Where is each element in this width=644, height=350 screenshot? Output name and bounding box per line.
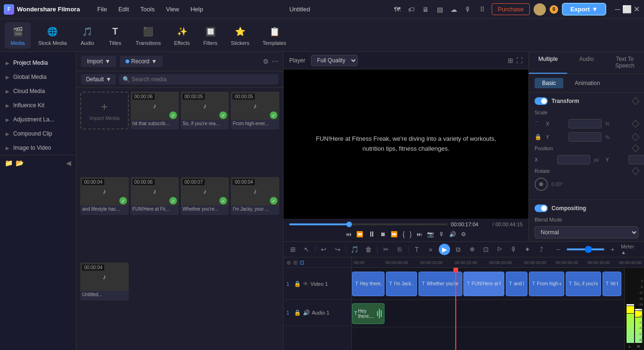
blend-mode-select[interactable]: Normal	[535, 226, 638, 239]
search-input[interactable]	[132, 76, 275, 83]
sidebar-item-influence-kit[interactable]: ▶ Influence Kit	[0, 98, 76, 112]
sidebar-item-global-media[interactable]: ▶ Global Media	[0, 70, 76, 84]
cut-icon[interactable]: ✂	[380, 244, 391, 255]
menu-edit[interactable]: Edit	[114, 4, 134, 15]
snap-icon[interactable]: ⊞	[287, 244, 298, 255]
default-filter-button[interactable]: Default ▼	[81, 74, 116, 85]
filter-icon[interactable]: ⚙	[263, 58, 269, 65]
crop-icon[interactable]: ⊡	[480, 244, 491, 255]
more-options-icon[interactable]: ⋯	[272, 58, 278, 65]
grid2-icon[interactable]: ⠿	[477, 4, 488, 15]
subtab-animation[interactable]: Animation	[567, 78, 607, 88]
go-start-button[interactable]: ⏮	[346, 231, 351, 238]
media-item-0[interactable]: ♪ 00:00:06 ✓ hit that subscrib...	[131, 92, 179, 129]
media-item-5[interactable]: ♪ 00:00:07 ✓ Whether you're...	[181, 177, 229, 215]
undo-button[interactable]: ↩	[318, 244, 329, 255]
stop-button[interactable]: ⏹	[380, 231, 386, 238]
playhead-icon[interactable]: ▶	[439, 244, 450, 255]
clip-3[interactable]: T FUN!Here at Fitne...	[463, 272, 504, 296]
video1-lock-icon[interactable]: 🔒	[294, 281, 301, 287]
scale-y-keyframe-icon[interactable]	[632, 133, 640, 141]
new-bin-icon[interactable]: 📂	[16, 159, 24, 167]
sidebar-item-compound-clip[interactable]: ▶ Compound Clip	[0, 127, 76, 141]
tool-effects[interactable]: ✨ Effects	[168, 22, 195, 49]
step-forward-button[interactable]: ⏩	[391, 231, 398, 238]
import-media-tile[interactable]: + Import Media	[80, 92, 128, 129]
fullscreen-icon[interactable]: ⛶	[516, 57, 523, 64]
scale-y-input[interactable]: 100.00	[569, 132, 602, 142]
subtab-basic[interactable]: Basic	[535, 78, 563, 88]
rotate-circle[interactable]	[535, 178, 548, 191]
track-group-icon[interactable]: ⊞	[293, 259, 298, 266]
audio-detach-icon[interactable]: 🎵	[349, 244, 360, 255]
close-button[interactable]: ✕	[633, 6, 640, 13]
compositing-toggle[interactable]	[535, 205, 548, 212]
tool-stock[interactable]: 🌐 Stock Media	[33, 22, 73, 49]
tool-filters[interactable]: 🔲 Filters	[197, 22, 223, 49]
maximize-button[interactable]: ⬜	[623, 6, 631, 13]
sticker-icon[interactable]: 🏷	[406, 4, 417, 15]
settings-button[interactable]: ⚙	[461, 231, 466, 238]
new-folder-icon[interactable]: 📁	[5, 159, 13, 167]
grid-view-icon[interactable]: ⊞	[508, 57, 513, 64]
tool-titles[interactable]: T Titles	[102, 22, 128, 49]
record-button[interactable]: Record ▼	[120, 56, 163, 67]
tab-audio[interactable]: Audio	[567, 52, 605, 74]
minimize-button[interactable]: ─	[614, 6, 621, 13]
clip-4[interactable]: T and lifes...	[506, 272, 527, 296]
clip-6[interactable]: T So, if you're re...	[566, 272, 601, 296]
sidebar-item-image-to-video[interactable]: ▶ Image to Video	[0, 141, 76, 155]
collapse-sidebar-icon[interactable]: ◀	[66, 159, 71, 167]
clip-0[interactable]: T Hey there,...	[352, 272, 385, 296]
rotate-keyframe-icon[interactable]	[632, 167, 640, 175]
tab-tts[interactable]: Text To Speech	[606, 52, 644, 74]
tool-transitions[interactable]: ⬛ Transitions	[130, 22, 167, 49]
transform-keyframe-icon[interactable]	[632, 97, 640, 105]
text-icon[interactable]: T	[411, 244, 422, 255]
location-icon[interactable]: 🗺	[392, 4, 403, 15]
sidebar-item-cloud-media[interactable]: ▶ Cloud Media	[0, 84, 76, 98]
extract-icon[interactable]: ⤴	[536, 244, 547, 255]
mark-icon[interactable]: 🏳	[494, 244, 505, 255]
scale-x-input[interactable]: 100.00	[569, 119, 602, 128]
clip-1[interactable]: T I'm Jack...	[386, 272, 417, 296]
freeze-icon[interactable]: ❄	[467, 244, 477, 255]
position-keyframe-icon[interactable]	[632, 145, 640, 153]
pos-y-input[interactable]: 0.00	[628, 155, 644, 164]
delete-icon[interactable]: 🗑	[363, 244, 374, 255]
export-button[interactable]: Export ▼	[562, 3, 606, 16]
media-item-6[interactable]: ♪ 00:00:04 ✓ I'm Jacky, your ...	[231, 177, 279, 215]
menu-tools[interactable]: Tools	[135, 4, 159, 15]
add-track-icon[interactable]: ⊕	[286, 259, 291, 266]
snap-track-icon[interactable]: ⊡	[300, 259, 304, 266]
zoom-out-icon[interactable]: −	[552, 244, 563, 255]
quality-select[interactable]: Full Quality	[311, 55, 358, 66]
tool-stickers[interactable]: ⭐ Stickers	[225, 22, 255, 49]
more-tools-icon[interactable]: »	[425, 244, 436, 255]
grid-icon[interactable]: ▤	[434, 4, 445, 15]
media-item-2[interactable]: ♪ 00:00:05 ✓ From high-ener...	[231, 92, 279, 129]
upload-icon[interactable]: ☁	[448, 4, 460, 15]
progress-bar[interactable]	[289, 223, 447, 225]
volume-button[interactable]: 🔊	[449, 231, 456, 238]
menu-view[interactable]: View	[161, 4, 184, 15]
prev-frame-button[interactable]: ⏭	[417, 231, 422, 238]
zoom-in-icon[interactable]: +	[607, 244, 618, 255]
zoom-slider[interactable]	[567, 248, 604, 250]
menu-help[interactable]: Help	[186, 4, 208, 15]
mark-out-button[interactable]: }	[410, 230, 412, 238]
sidebar-item-adjustment[interactable]: ▶ Adjustment La...	[0, 112, 76, 127]
mic-icon[interactable]: 🎙	[462, 4, 474, 15]
audio1-lock-icon[interactable]: 🔒	[294, 309, 301, 316]
media-item-1[interactable]: ♪ 00:00:05 ✓ So, if you're rea...	[181, 92, 229, 129]
mark-in-button[interactable]: {	[402, 230, 405, 238]
playhead[interactable]	[455, 268, 456, 350]
avatar[interactable]	[534, 3, 546, 16]
scale-x-keyframe-icon[interactable]	[632, 120, 640, 128]
copy-icon[interactable]: ⎘	[394, 244, 405, 255]
video1-visible-icon[interactable]: 👁	[303, 281, 309, 287]
notification-badge[interactable]: 0	[550, 5, 558, 14]
media-item-3[interactable]: ♪ 00:00:04 ✓ and lifestyle hac...	[80, 177, 128, 215]
menu-file[interactable]: File	[92, 4, 112, 15]
split-icon[interactable]: ⧉	[453, 244, 464, 255]
